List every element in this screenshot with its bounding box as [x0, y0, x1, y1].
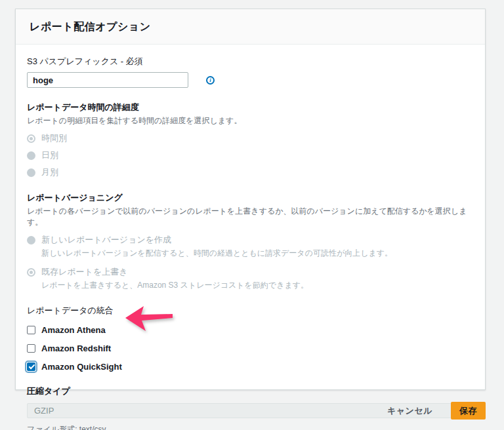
radio-icon	[27, 168, 35, 177]
granularity-radio-group: 時間別 日別 月別	[27, 132, 472, 178]
checkbox-amazon-quicksight[interactable]: Amazon QuickSight	[27, 362, 122, 372]
form-actions: キャンセル 保存	[387, 402, 486, 420]
radio-icon	[27, 236, 35, 244]
radio-label: 時間別	[41, 132, 67, 144]
radio-option-monthly: 月別	[27, 166, 472, 178]
versioning-section: レポートバージョニング レポートの各バージョンで以前のバージョンのレポートを上書…	[27, 192, 472, 291]
radio-option-daily: 日別	[27, 149, 472, 161]
checkbox-label: Amazon Athena	[41, 325, 106, 335]
checkbox-icon[interactable]	[27, 344, 35, 353]
radio-option-description: レポートを上書きすると、Amazon S3 ストレージコストを節約できます。	[41, 280, 472, 291]
checkbox-icon[interactable]	[27, 326, 35, 334]
compression-label: 圧縮タイプ	[27, 385, 472, 397]
radio-icon	[27, 268, 35, 277]
checkbox-label: Amazon QuickSight	[41, 362, 122, 372]
radio-icon	[27, 151, 35, 160]
s3-prefix-field: S3 パスプレフィックス - 必須 i	[27, 56, 472, 88]
versioning-radio-group: 新しいレポートバージョンを作成 新しいレポートバージョンを配信すると、時間の経過…	[27, 234, 472, 291]
granularity-section: レポートデータ時間の詳細度 レポートの明細項目を集計する時間の詳細度を選択します…	[27, 102, 472, 178]
panel-header: レポート配信オプション	[16, 9, 485, 45]
granularity-description: レポートの明細項目を集計する時間の詳細度を選択します。	[27, 115, 472, 127]
checkbox-icon[interactable]	[27, 362, 35, 371]
save-button[interactable]: 保存	[451, 402, 486, 420]
checkbox-amazon-redshift[interactable]: Amazon Redshift	[27, 343, 111, 353]
radio-icon	[27, 134, 35, 143]
radio-label: 新しいレポートバージョンを作成	[41, 234, 171, 246]
integration-label: レポートデータの統合	[27, 305, 472, 317]
radio-option-description: 新しいレポートバージョンを配信すると、時間の経過とともに請求データの可読性が向上…	[41, 248, 472, 259]
compression-selected-value: GZIP	[34, 406, 54, 416]
checkbox-label: Amazon Redshift	[41, 343, 111, 353]
panel-title: レポート配信オプション	[30, 20, 472, 34]
s3-prefix-label: S3 パスプレフィックス - 必須	[27, 56, 472, 68]
radio-option-overwrite: 既存レポートを上書き	[27, 266, 472, 278]
radio-label: 日別	[41, 149, 58, 161]
integration-checkbox-group: Amazon Athena Amazon Redshift Amazon Qui…	[27, 325, 472, 372]
versioning-description: レポートの各バージョンで以前のバージョンのレポートを上書きするか、以前のバージョ…	[27, 206, 472, 228]
granularity-label: レポートデータ時間の詳細度	[27, 102, 472, 113]
checkbox-amazon-athena[interactable]: Amazon Athena	[27, 325, 106, 335]
s3-prefix-input[interactable]	[27, 72, 188, 88]
integration-section: レポートデータの統合 Amazon Athena Amazon Redshift…	[27, 305, 472, 372]
versioning-label: レポートバージョニング	[27, 192, 472, 204]
radio-option-hourly: 時間別	[27, 132, 472, 144]
panel-body: S3 パスプレフィックス - 必須 i レポートデータ時間の詳細度 レポートの明…	[16, 45, 485, 430]
cancel-button[interactable]: キャンセル	[387, 405, 432, 417]
radio-label: 月別	[41, 166, 58, 178]
file-format-note: ファイル形式: text/csv	[27, 424, 472, 430]
report-delivery-options-panel: レポート配信オプション S3 パスプレフィックス - 必須 i レポートデータ時…	[15, 9, 486, 390]
radio-label: 既存レポートを上書き	[41, 266, 128, 278]
radio-option-new-version: 新しいレポートバージョンを作成	[27, 234, 472, 246]
info-icon[interactable]: i	[206, 76, 215, 85]
